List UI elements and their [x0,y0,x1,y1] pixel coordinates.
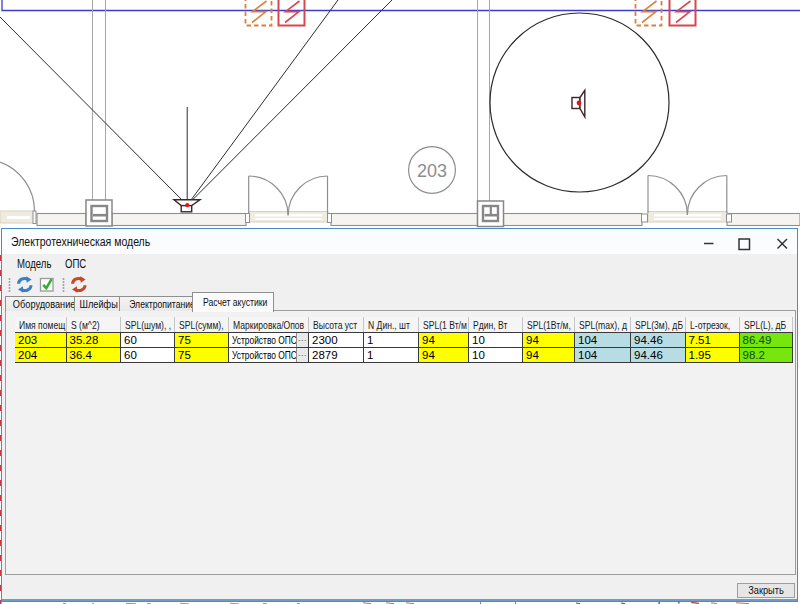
svg-text:203: 203 [417,160,447,181]
